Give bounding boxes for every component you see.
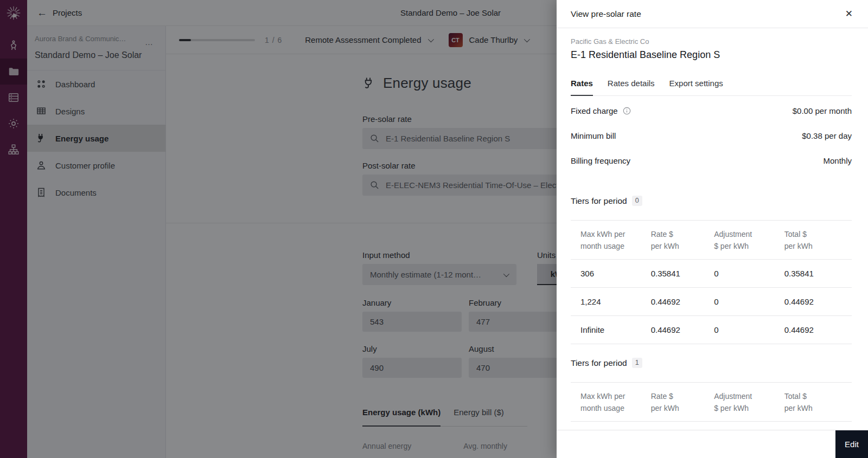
- minimum-bill-row: Minimum bill $0.38 per day: [571, 131, 852, 140]
- rate-name: E-1 Residential Baseline Region S: [571, 49, 852, 61]
- tab-rates[interactable]: Rates: [571, 79, 593, 96]
- project-status-value: Remote Assessment Completed: [305, 35, 421, 44]
- column-header: Total $per kWh: [784, 221, 852, 260]
- period-badge: 1: [632, 358, 642, 368]
- tiers-period-1-table: Max kWh permonth usage Rate $per kWh Adj…: [571, 382, 852, 422]
- month-input-february[interactable]: [469, 312, 568, 332]
- column-header: Adjustment$ per kWh: [714, 221, 784, 260]
- period-badge: 0: [632, 196, 642, 206]
- project-sidebar: Aurora Brand & Communic… … Standard Demo…: [27, 26, 166, 458]
- column-header: Adjustment$ per kWh: [714, 383, 784, 422]
- tab-export-settings[interactable]: Export settings: [669, 79, 723, 95]
- tiers-period-1-title: Tiers for period 1: [571, 358, 852, 368]
- billing-frequency-label: Billing frequency: [571, 156, 630, 165]
- month-field-july: July: [362, 344, 462, 378]
- month-label: August: [469, 344, 568, 353]
- sidebar-item-energy-usage[interactable]: Energy usage: [27, 125, 165, 152]
- tiers-period-0-section: Tiers for period 0 Max kWh permonth usag…: [571, 196, 852, 344]
- avatar: CT: [449, 33, 463, 47]
- minimum-bill-value: $0.38 per day: [802, 131, 852, 140]
- sidebar-item-label: Designs: [55, 107, 85, 116]
- month-field-january: January: [362, 298, 462, 332]
- billing-frequency-value: Monthly: [823, 156, 852, 165]
- person-icon: [36, 160, 47, 171]
- input-method-label: Input method: [362, 250, 516, 260]
- projects-folder-icon[interactable]: [0, 59, 27, 85]
- back-to-projects[interactable]: ← Projects: [37, 8, 82, 18]
- advocate-icon[interactable]: [0, 33, 27, 59]
- window-title: Standard Demo – Joe Solar: [400, 8, 501, 17]
- progress-step-count: 1 / 6: [265, 36, 282, 44]
- month-label: July: [362, 344, 462, 353]
- view-pre-solar-rate-panel: View pre-solar rate ✕ Pacific Gas & Elec…: [557, 0, 868, 458]
- fixed-charge-row: Fixed charge $0.00 per month: [571, 106, 852, 115]
- database-list-icon[interactable]: [0, 85, 27, 111]
- month-input-january[interactable]: [362, 312, 462, 332]
- energy-chart-tabs: Energy usage (kWh) Energy bill ($): [362, 408, 527, 427]
- column-header: Max kWh permonth usage: [571, 221, 651, 260]
- table-row: 306 0.35841 0 0.35841: [571, 260, 852, 288]
- plug-icon: [362, 76, 376, 90]
- overflow-menu-icon[interactable]: …: [145, 35, 154, 46]
- panel-footer: Edit: [557, 430, 868, 458]
- back-label[interactable]: Projects: [53, 8, 82, 17]
- month-field-august: August: [469, 344, 568, 378]
- chevron-down-icon: [427, 36, 433, 42]
- tiers-period-0-title: Tiers for period 0: [571, 196, 852, 206]
- back-arrow-icon[interactable]: ←: [37, 8, 47, 18]
- month-label: January: [362, 298, 462, 307]
- sidebar-item-label: Documents: [55, 188, 97, 197]
- month-label: February: [469, 298, 568, 307]
- brand-rail: [0, 0, 27, 458]
- month-input-august[interactable]: [469, 358, 568, 378]
- tiers-period-0-table: Max kWh permonth usage Rate $per kWh Adj…: [571, 220, 852, 344]
- page-title: Energy usage: [383, 75, 471, 92]
- info-icon[interactable]: [623, 107, 631, 115]
- org-name: Aurora Brand & Communic…: [35, 35, 126, 43]
- progress-bar: [179, 39, 255, 41]
- progress-fill: [179, 39, 191, 41]
- rate-panel-tabs: Rates Rates details Export settings: [571, 79, 852, 96]
- sidebar-item-customer-profile[interactable]: Customer profile: [27, 152, 165, 179]
- assignee-dropdown[interactable]: CT Cade Thurlby: [449, 33, 529, 47]
- billing-frequency-row: Billing frequency Monthly: [571, 156, 852, 165]
- plug-icon: [36, 133, 47, 144]
- edit-button[interactable]: Edit: [835, 430, 868, 458]
- avg-monthly-label: Avg. monthly: [463, 442, 507, 450]
- tiers-period-1-section: Tiers for period 1 Max kWh permonth usag…: [571, 358, 852, 422]
- input-method-value: Monthly estimate (1-12 mont…: [370, 270, 481, 279]
- sidebar-item-dashboard[interactable]: Dashboard: [27, 70, 165, 98]
- receipt-icon: [36, 187, 47, 198]
- sidebar-item-designs[interactable]: Designs: [27, 98, 165, 125]
- column-header: Max kWh permonth usage: [571, 383, 651, 422]
- search-icon: [370, 134, 379, 143]
- fixed-charge-label: Fixed charge: [571, 106, 631, 115]
- annual-energy-label: Annual energy: [362, 442, 411, 450]
- assignee-name: Cade Thurlby: [469, 35, 518, 44]
- dashboard-icon: [36, 79, 47, 89]
- sidebar-item-label: Customer profile: [55, 161, 115, 170]
- project-name: Standard Demo – Joe Solar: [27, 46, 165, 70]
- panel-title: View pre-solar rate: [571, 9, 641, 19]
- project-status-dropdown[interactable]: Remote Assessment Completed: [305, 35, 432, 44]
- month-input-july[interactable]: [362, 358, 462, 378]
- app-window: ← Projects Standard Demo – Joe Solar Aur…: [0, 0, 868, 458]
- minimum-bill-label: Minimum bill: [571, 131, 616, 140]
- sidebar-item-documents[interactable]: Documents: [27, 179, 165, 206]
- tab-rates-details[interactable]: Rates details: [608, 79, 655, 95]
- input-method-select[interactable]: Monthly estimate (1-12 mont…: [362, 264, 516, 285]
- tab-energy-bill[interactable]: Energy bill ($): [454, 408, 504, 426]
- chevron-down-icon: [524, 36, 530, 42]
- column-header: Rate $per kWh: [651, 221, 714, 260]
- sidebar-item-label: Energy usage: [55, 134, 108, 143]
- gear-icon[interactable]: [0, 111, 27, 137]
- aurora-logo-icon[interactable]: [0, 0, 27, 26]
- chevron-down-icon: [503, 270, 509, 276]
- sidebar-item-label: Dashboard: [55, 80, 95, 89]
- utility-name: Pacific Gas & Electric Co: [571, 37, 852, 46]
- tab-energy-usage-kwh[interactable]: Energy usage (kWh): [362, 408, 441, 427]
- designs-grid-icon: [36, 106, 47, 117]
- close-icon[interactable]: ✕: [845, 9, 853, 18]
- sitemap-icon[interactable]: [0, 137, 27, 163]
- pre-solar-rate-value: E-1 Residential Baseline Region S: [386, 134, 510, 143]
